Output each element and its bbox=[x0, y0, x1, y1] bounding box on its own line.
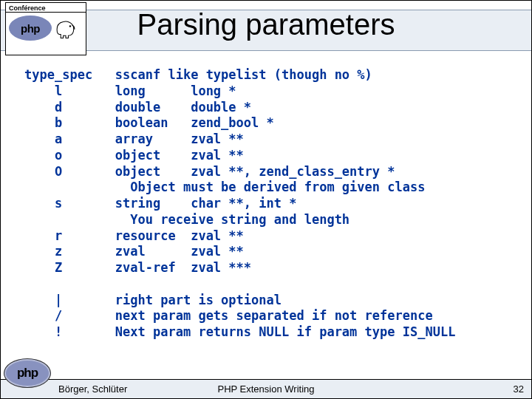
php-oval-large: php bbox=[4, 358, 51, 388]
content-block: type_spec sscanf like typelist (though n… bbox=[24, 67, 516, 341]
elephant-icon bbox=[53, 16, 78, 41]
conference-logo: Conférence php bbox=[5, 2, 86, 55]
conference-label: Conférence bbox=[6, 3, 86, 13]
footer-title: PHP Extension Writing bbox=[1, 383, 531, 395]
php-oval-icon: php bbox=[9, 16, 52, 41]
footer: Börger, Schlüter PHP Extension Writing 3… bbox=[1, 379, 531, 398]
page-number: 32 bbox=[514, 383, 524, 395]
slide: Conférence php Parsing parameters type_s… bbox=[0, 0, 532, 399]
svg-point-0 bbox=[69, 25, 71, 27]
php-logo-row: php bbox=[6, 13, 86, 44]
php-footer-icon: php bbox=[4, 358, 52, 395]
